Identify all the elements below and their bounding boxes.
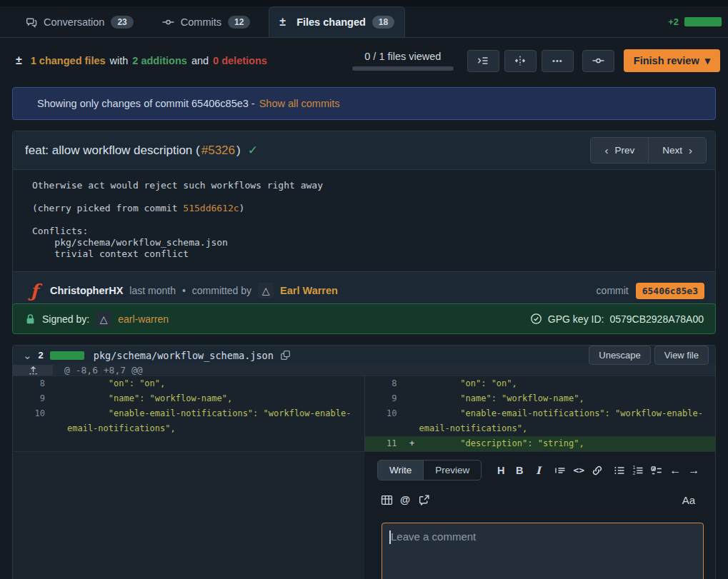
tab-commits[interactable]: Commits 12: [152, 6, 261, 37]
view-file-button[interactable]: View file: [654, 346, 709, 365]
gpg-key-value: 0579CB2928A78A00: [609, 313, 704, 325]
diff-left-pane: 8 "on": "on", 9 "name": "workflow-name",…: [13, 376, 364, 451]
unescape-button[interactable]: Unescape: [589, 346, 651, 365]
blockquote-icon[interactable]: [551, 461, 569, 480]
hunk-header-row: @ -8,6 +8,7 @@: [13, 365, 715, 376]
bold-icon[interactable]: B: [510, 461, 529, 480]
commit-hash-group: commit 65406c85e3: [597, 283, 704, 299]
heading-icon[interactable]: H: [492, 461, 510, 480]
task-list-icon[interactable]: [647, 461, 666, 480]
diff-row-right-11-added: 11 + "description": "string",: [365, 436, 716, 451]
file-tree-toggle-button[interactable]: [467, 50, 499, 72]
svg-text:1: 1: [633, 465, 636, 470]
numbered-list-icon[interactable]: 1 2: [629, 461, 647, 480]
banner-text: Showing only changes of commit 65406c85e…: [37, 98, 255, 109]
diff-row-left-8: 8 "on": "on",: [13, 376, 364, 391]
tab-commits-label: Commits: [181, 16, 221, 28]
finish-review-label: Finish review: [634, 55, 699, 66]
diff-row-right-10: 10 "enable-email-notifications": "workfl…: [365, 406, 716, 436]
caret-down-icon: ▾: [705, 55, 710, 66]
files-viewed-progress: 0 / 1 files viewed: [352, 51, 454, 71]
commit-word-label: commit: [597, 285, 629, 296]
svg-text:2: 2: [633, 470, 636, 475]
line-number[interactable]: 11: [365, 436, 405, 451]
diff-icon: ±: [279, 16, 286, 29]
files-viewed-bar: [352, 66, 454, 71]
text-size-toggle[interactable]: Aa: [682, 494, 695, 506]
diff-row-left-9: 9 "name": "workflow-name",: [13, 391, 364, 406]
copy-file-path-icon[interactable]: [280, 350, 291, 361]
code-line: "enable-email-notifications": "workflow-…: [67, 406, 364, 436]
show-all-commits-link[interactable]: Show all commits: [259, 98, 340, 109]
commits-count-badge: 12: [228, 16, 250, 29]
prev-commit-button[interactable]: ‹ Prev: [591, 138, 648, 163]
diff-marker: [405, 391, 419, 406]
table-icon[interactable]: [377, 490, 396, 509]
additions-count-label: +2: [668, 16, 679, 27]
diff-stat-summary: +2: [668, 6, 728, 37]
link-icon[interactable]: [588, 461, 607, 480]
code-icon[interactable]: <>: [569, 461, 588, 480]
conversation-count-badge: 23: [111, 16, 133, 29]
ellipsis-icon: •••: [552, 56, 563, 65]
commit-filter-banner: Showing only changes of commit 65406c85e…: [12, 87, 716, 120]
line-number[interactable]: 8: [365, 376, 405, 391]
commit-select-button[interactable]: [582, 50, 614, 72]
line-number[interactable]: 8: [13, 376, 53, 391]
comment-editor-toolbar-secondary: @ Aa: [377, 490, 704, 509]
with-word: with: [110, 55, 129, 66]
arrow-left-icon[interactable]: ←: [666, 461, 684, 480]
line-number[interactable]: 10: [13, 406, 53, 436]
commit-hash-badge[interactable]: 65406c85e3: [636, 283, 704, 299]
author-name[interactable]: ChristopherHX: [50, 285, 123, 296]
commit-pagination: ‹ Prev Next ›: [590, 137, 707, 163]
reference-icon[interactable]: [414, 490, 433, 509]
pull-request-files-changed-page: Conversation 23 Commits 12 ± Files chang…: [0, 0, 728, 579]
finish-review-button[interactable]: Finish review ▾: [624, 49, 720, 72]
files-viewed-label: 0 / 1 files viewed: [364, 51, 441, 62]
code-line: "on": "on",: [419, 376, 716, 391]
changed-files-count[interactable]: 1 changed files: [31, 55, 106, 66]
commit-message-body: Otherwise act would reject such workflow…: [13, 170, 715, 271]
signer-avatar[interactable]: △: [96, 311, 111, 327]
write-tab[interactable]: Write: [378, 460, 423, 480]
collapse-file-chevron-icon[interactable]: ⌄: [23, 352, 32, 359]
expand-hunk-button[interactable]: [13, 365, 53, 376]
gpg-key-group: GPG key ID: 0579CB2928A78A00: [530, 313, 704, 325]
pr-tab-bar: Conversation 23 Commits 12 ± Files chang…: [0, 6, 728, 38]
author-avatar[interactable]: ƒ: [25, 281, 44, 300]
line-number[interactable]: 9: [13, 391, 53, 406]
commit-title-text: feat: allow workflow description (: [25, 144, 200, 158]
and-word: and: [191, 55, 209, 66]
committer-name[interactable]: Earl Warren: [280, 285, 338, 296]
comment-editor-toolbar: Write Preview H B I <>: [377, 460, 704, 480]
comment-textarea[interactable]: [382, 523, 704, 579]
deletions-text: 0 deletions: [213, 55, 267, 66]
signed-by-label: Signed by:: [42, 313, 89, 325]
mention-icon[interactable]: @: [396, 490, 414, 509]
split-unified-toggle-button[interactable]: [504, 50, 537, 72]
next-commit-button[interactable]: Next ›: [648, 138, 706, 163]
preview-tab[interactable]: Preview: [423, 460, 481, 480]
signer-name-link[interactable]: earl-warren: [118, 313, 169, 325]
line-number[interactable]: 10: [365, 406, 405, 436]
tab-conversation[interactable]: Conversation 23: [16, 6, 144, 37]
additions-text: 2 additions: [132, 55, 187, 66]
comment-row-left-spacer: [13, 452, 364, 579]
issue-reference-link[interactable]: #5326: [201, 144, 235, 158]
commit-status-check-icon[interactable]: ✓: [248, 143, 258, 158]
diff-marker: [405, 406, 419, 436]
file-name[interactable]: pkg/schema/workflow_schema.json: [94, 350, 274, 361]
diff-row-right-8: 8 "on": "on",: [365, 376, 716, 391]
line-number[interactable]: 9: [365, 391, 405, 406]
tab-files-changed[interactable]: ± Files changed 18: [269, 6, 405, 37]
arrow-right-icon[interactable]: →: [684, 461, 703, 480]
italic-icon[interactable]: I: [529, 461, 547, 480]
bullet-list-icon[interactable]: [610, 461, 629, 480]
diff-row-left-10: 10 "enable-email-notifications": "workfl…: [13, 406, 364, 436]
diff-subheader: ± 1 changed files with 2 additions and 0…: [0, 44, 728, 77]
cherry-pick-commit-link[interactable]: 515dd6612c: [183, 203, 239, 213]
committer-avatar[interactable]: △: [258, 283, 274, 298]
more-options-button[interactable]: •••: [542, 50, 574, 72]
committed-by-label: committed by: [192, 285, 251, 296]
